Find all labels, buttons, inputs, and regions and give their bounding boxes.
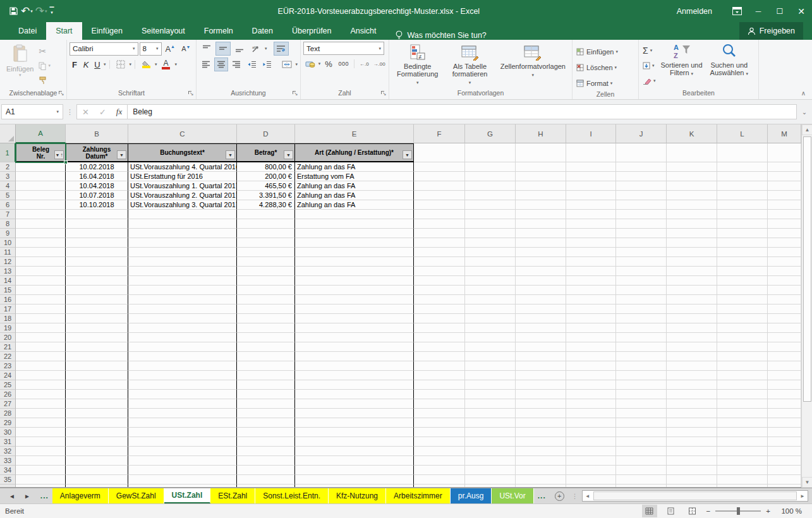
cell[interactable] [768, 447, 801, 456]
cell[interactable] [768, 399, 801, 409]
cell[interactable] [237, 361, 295, 371]
cell[interactable] [566, 333, 616, 342]
cell[interactable] [414, 257, 465, 267]
cell[interactable]: 10.02.2018 [66, 162, 128, 172]
row-header-3[interactable]: 3 [0, 172, 16, 181]
cell[interactable] [237, 238, 295, 248]
cell[interactable] [667, 428, 717, 437]
cell[interactable] [295, 361, 414, 371]
minimize-button[interactable]: ─ [748, 0, 769, 22]
alignment-dialog-launcher[interactable]: ↘ [293, 91, 299, 97]
cell[interactable] [717, 466, 768, 475]
cell[interactable] [516, 456, 566, 466]
cell[interactable] [237, 267, 295, 276]
ribbon-tab-start[interactable]: Start [46, 22, 82, 40]
row-header-6[interactable]: 6 [0, 200, 16, 210]
sheet-overflow-right[interactable]: ... [534, 488, 550, 503]
cell[interactable]: USt.Vorauszahlung 1. Quartal 2017 [128, 181, 237, 191]
cell[interactable] [465, 304, 516, 314]
cell[interactable] [667, 371, 717, 380]
column-header-F[interactable]: F [414, 124, 465, 143]
fill-color-icon[interactable] [138, 57, 154, 71]
formula-input[interactable]: Beleg [128, 104, 797, 119]
cell[interactable] [566, 437, 616, 447]
cell[interactable] [295, 323, 414, 333]
cell[interactable] [16, 399, 66, 409]
cell[interactable] [717, 210, 768, 219]
merge-center-dropdown[interactable]: ▾ [295, 62, 298, 67]
cell[interactable] [717, 238, 768, 248]
cell[interactable]: Erstattung vom FA [295, 172, 414, 181]
row-header-12[interactable]: 12 [0, 257, 16, 267]
cell[interactable] [717, 314, 768, 323]
cell[interactable] [414, 371, 465, 380]
cell[interactable] [616, 475, 667, 485]
table-header-cell[interactable]: Betrag*▼ [237, 143, 295, 162]
cell[interactable] [16, 219, 66, 229]
cell[interactable] [16, 304, 66, 314]
orientation-icon[interactable]: ab [248, 42, 264, 56]
cell[interactable] [667, 352, 717, 361]
cell[interactable] [667, 200, 717, 210]
cell[interactable] [128, 361, 237, 371]
horizontal-scroll-thumb[interactable] [593, 491, 797, 500]
cell[interactable] [516, 143, 566, 162]
filter-dropdown-icon[interactable]: ▼ [403, 150, 412, 159]
cell[interactable] [465, 210, 516, 219]
cell[interactable] [465, 352, 516, 361]
cell[interactable] [667, 333, 717, 342]
cell[interactable] [465, 191, 516, 200]
cell[interactable] [465, 323, 516, 333]
cell[interactable] [16, 229, 66, 238]
cell[interactable] [516, 437, 566, 447]
cell[interactable] [66, 304, 128, 314]
cell[interactable] [566, 314, 616, 323]
row-header-20[interactable]: 20 [0, 333, 16, 342]
cell[interactable]: USt.Vorauszahlung 3. Quartal 2017 [128, 200, 237, 210]
cell[interactable] [66, 286, 128, 295]
cell[interactable] [295, 418, 414, 428]
number-format-combo[interactable]: Text▾ [303, 42, 384, 55]
cell[interactable] [566, 475, 616, 485]
cell[interactable] [667, 143, 717, 162]
cell[interactable] [66, 229, 128, 238]
cell[interactable] [16, 238, 66, 248]
cell[interactable] [414, 418, 465, 428]
vertical-scrollbar[interactable]: ▲ ▼ [801, 124, 812, 488]
row-header-14[interactable]: 14 [0, 276, 16, 286]
sheet-nav-right-icon[interactable]: ► [24, 493, 30, 500]
cell[interactable] [128, 371, 237, 380]
cell[interactable] [414, 191, 465, 200]
ribbon-display-options-icon[interactable] [726, 0, 748, 22]
cell[interactable] [16, 200, 66, 210]
cell[interactable] [414, 428, 465, 437]
cell[interactable] [616, 248, 667, 257]
cell[interactable] [295, 390, 414, 399]
cell[interactable] [516, 295, 566, 304]
cell[interactable] [516, 314, 566, 323]
cell[interactable] [667, 456, 717, 466]
cell[interactable] [465, 409, 516, 418]
row-header-33[interactable]: 33 [0, 456, 16, 466]
cell[interactable] [616, 229, 667, 238]
font-color-icon[interactable]: A [159, 57, 174, 71]
cell[interactable] [616, 238, 667, 248]
cell[interactable] [465, 390, 516, 399]
close-button[interactable]: ✕ [791, 0, 812, 22]
sheet-tab-kfz-nutzung[interactable]: Kfz-Nutzung [329, 488, 386, 503]
copy-icon[interactable]: ▾ [37, 59, 52, 72]
cell[interactable] [566, 276, 616, 286]
cell[interactable] [616, 257, 667, 267]
cell[interactable] [566, 200, 616, 210]
cell[interactable] [566, 399, 616, 409]
accounting-format-icon[interactable] [303, 57, 317, 71]
cell[interactable] [667, 257, 717, 267]
column-header-L[interactable]: L [717, 124, 768, 143]
cell[interactable] [66, 257, 128, 267]
row-header-34[interactable]: 34 [0, 466, 16, 475]
ribbon-tab-seitenlayout[interactable]: Seitenlayout [132, 22, 195, 40]
cell[interactable] [414, 248, 465, 257]
share-button[interactable]: Freigeben [739, 22, 803, 40]
cell[interactable]: 16.04.2018 [66, 172, 128, 181]
cell[interactable] [295, 466, 414, 475]
